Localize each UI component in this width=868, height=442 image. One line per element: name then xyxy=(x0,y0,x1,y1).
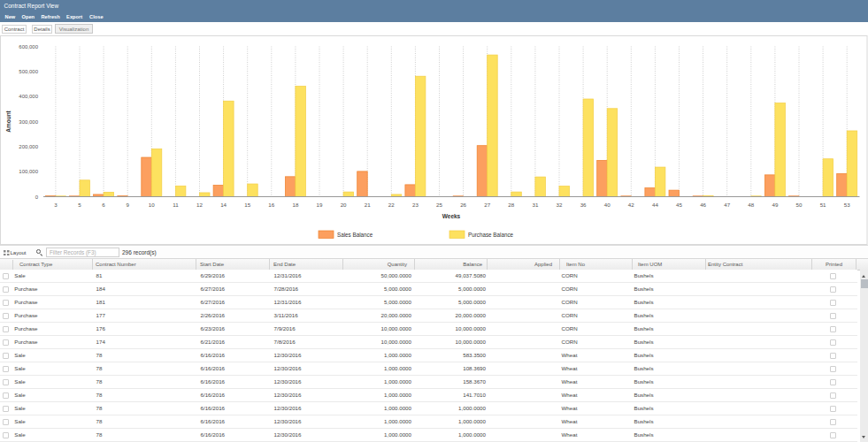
svg-text:48: 48 xyxy=(748,202,754,208)
svg-text:11: 11 xyxy=(173,202,179,208)
svg-text:3: 3 xyxy=(54,202,58,208)
svg-text:16: 16 xyxy=(268,202,274,208)
svg-text:12: 12 xyxy=(196,202,203,208)
svg-text:200,000: 200,000 xyxy=(19,144,38,149)
svg-text:14: 14 xyxy=(220,202,227,208)
svg-text:19: 19 xyxy=(317,202,323,208)
svg-text:500,000: 500,000 xyxy=(19,69,38,74)
svg-text:22: 22 xyxy=(388,202,395,208)
svg-text:Purchase Balance: Purchase Balance xyxy=(468,232,514,238)
svg-text:9: 9 xyxy=(126,202,129,208)
svg-text:23: 23 xyxy=(412,202,419,208)
svg-text:15: 15 xyxy=(244,202,250,208)
svg-text:53: 53 xyxy=(844,202,850,208)
svg-text:10: 10 xyxy=(149,202,155,208)
svg-text:5: 5 xyxy=(78,202,81,208)
svg-text:Weeks: Weeks xyxy=(442,213,461,219)
svg-text:40: 40 xyxy=(604,202,611,208)
svg-text:51: 51 xyxy=(820,202,826,208)
svg-text:44: 44 xyxy=(652,202,658,208)
svg-text:36: 36 xyxy=(580,202,587,208)
svg-text:49: 49 xyxy=(772,202,778,208)
svg-text:31: 31 xyxy=(532,202,538,208)
svg-text:47: 47 xyxy=(724,202,730,208)
svg-text:42: 42 xyxy=(628,202,634,208)
svg-text:25: 25 xyxy=(436,202,442,208)
svg-text:32: 32 xyxy=(557,202,563,208)
svg-text:20: 20 xyxy=(341,202,347,208)
svg-text:21: 21 xyxy=(365,202,371,208)
svg-text:28: 28 xyxy=(508,202,514,208)
svg-text:50: 50 xyxy=(796,202,803,208)
svg-text:27: 27 xyxy=(484,202,490,208)
svg-text:100,000: 100,000 xyxy=(19,169,38,174)
svg-text:46: 46 xyxy=(700,202,706,208)
svg-text:45: 45 xyxy=(676,202,682,208)
svg-text:18: 18 xyxy=(292,202,298,208)
svg-text:26: 26 xyxy=(460,202,466,208)
svg-text:300,000: 300,000 xyxy=(19,119,38,125)
svg-text:400,000: 400,000 xyxy=(19,94,38,99)
svg-text:Amount: Amount xyxy=(5,110,12,132)
svg-text:Sales Balance: Sales Balance xyxy=(337,232,373,238)
svg-text:600,000: 600,000 xyxy=(19,44,38,50)
svg-text:6: 6 xyxy=(102,202,105,208)
